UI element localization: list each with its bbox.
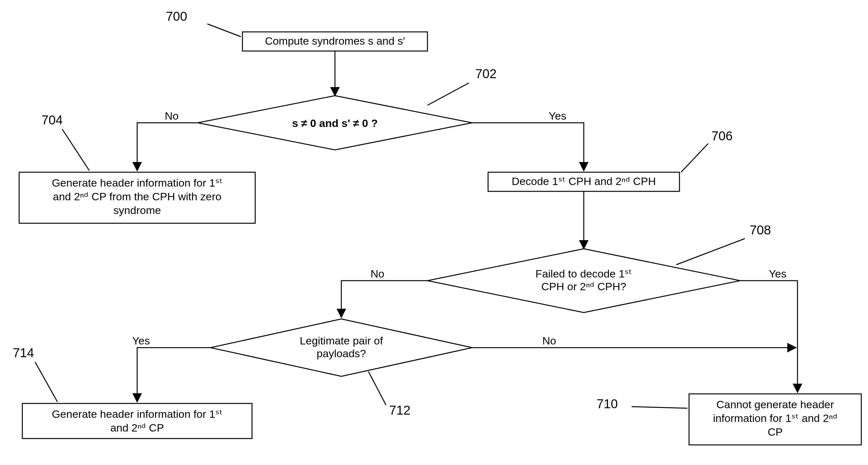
node-712-l2: payloads? bbox=[316, 347, 366, 360]
ref-700: 700 bbox=[166, 9, 187, 23]
ref-712-leader bbox=[368, 372, 386, 405]
node-710-l2: information for 1ˢᵗ and 2ⁿᵈ bbox=[713, 412, 837, 424]
node-706-text: Decode 1ˢᵗ CPH and 2ⁿᵈ CPH bbox=[512, 175, 656, 187]
node-708-l1: Failed to decode 1ˢᵗ bbox=[536, 268, 632, 280]
ref-704: 704 bbox=[41, 113, 63, 127]
ref-706: 706 bbox=[711, 129, 733, 143]
node-706: Decode 1ˢᵗ CPH and 2ⁿᵈ CPH bbox=[488, 172, 679, 191]
node-708-l2: CPH or 2ⁿᵈ CPH? bbox=[541, 280, 626, 292]
node-704-l2: and 2ⁿᵈ CP from the CPH with zero bbox=[53, 190, 221, 203]
label-712-no: No bbox=[542, 335, 556, 347]
node-714-l1: Generate header information for 1ˢᵗ bbox=[52, 408, 222, 420]
node-700: Compute syndromes s and s' bbox=[243, 32, 428, 51]
ref-706-leader bbox=[681, 144, 708, 172]
label-708-no: No bbox=[371, 268, 384, 280]
edge-708-no bbox=[341, 281, 428, 317]
ref-708: 708 bbox=[750, 223, 771, 237]
edge-712-yes bbox=[137, 348, 211, 402]
label-702-yes: Yes bbox=[549, 110, 566, 122]
ref-708-leader bbox=[676, 239, 745, 265]
node-704-l1: Generate header information for 1ˢᵗ bbox=[52, 177, 222, 189]
ref-714: 714 bbox=[13, 346, 34, 360]
node-704-l3: syndrome bbox=[113, 204, 161, 216]
ref-702: 702 bbox=[475, 67, 497, 81]
node-710-l3: CP bbox=[768, 426, 782, 438]
node-702-text: s ≠ 0 and s' ≠ 0 ? bbox=[292, 117, 378, 129]
ref-702-leader bbox=[428, 83, 469, 105]
node-704: Generate header information for 1ˢᵗ and … bbox=[19, 172, 255, 223]
node-710-l1: Cannot generate header bbox=[716, 398, 834, 410]
node-712-l1: Legitimate pair of bbox=[300, 335, 383, 347]
flowchart: Compute syndromes s and s' 700 s ≠ 0 and… bbox=[0, 0, 868, 465]
ref-714-leader bbox=[35, 362, 57, 402]
label-712-yes: Yes bbox=[132, 335, 150, 347]
node-714-l2: and 2ⁿᵈ CP bbox=[111, 422, 164, 434]
node-700-text: Compute syndromes s and s' bbox=[265, 35, 405, 47]
label-708-yes: Yes bbox=[769, 268, 786, 280]
node-710: Cannot generate header information for 1… bbox=[689, 394, 861, 445]
edge-702-yes bbox=[472, 123, 584, 170]
node-714: Generate header information for 1ˢᵗ and … bbox=[22, 403, 252, 438]
label-702-no: No bbox=[165, 110, 179, 122]
node-712: Legitimate pair of payloads? bbox=[211, 319, 472, 376]
edge-702-no bbox=[137, 123, 198, 170]
ref-704-leader bbox=[62, 129, 89, 170]
ref-710-leader bbox=[631, 407, 687, 408]
ref-710: 710 bbox=[596, 397, 618, 411]
edge-708-yes bbox=[740, 281, 798, 392]
ref-700-leader bbox=[207, 24, 241, 37]
ref-712: 712 bbox=[389, 403, 410, 417]
